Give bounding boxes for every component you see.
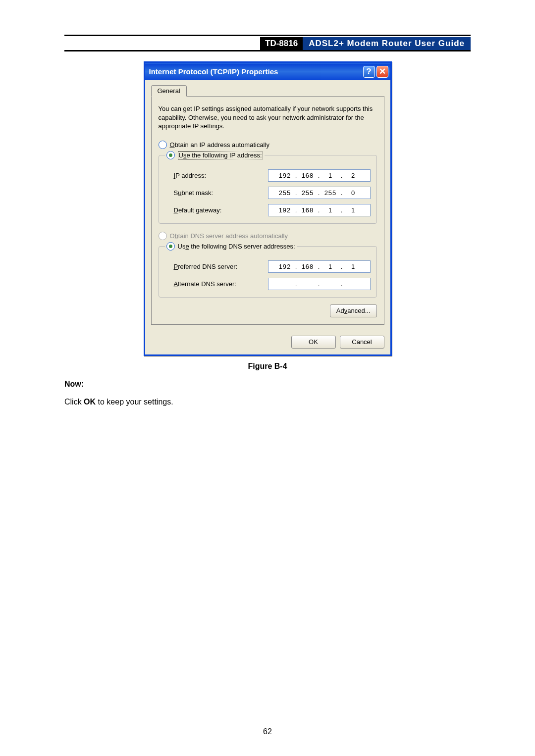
label-ip-address: IP address: xyxy=(174,172,207,179)
label-obtain-dns-auto: Obtain DNS server address automatically xyxy=(170,232,288,240)
input-preferred-dns[interactable]: 192. 168. 1. 1 xyxy=(268,260,371,273)
doc-header: TD-8816 ADSL2+ Modem Router User Guide xyxy=(64,37,471,51)
close-button[interactable]: ✕ xyxy=(376,66,388,78)
page-number: 62 xyxy=(0,727,535,736)
dialog-titlebar: Internet Protocol (TCP/IP) Properties ? … xyxy=(145,63,390,80)
tcpip-properties-dialog: Internet Protocol (TCP/IP) Properties ? … xyxy=(144,61,392,356)
input-ip-address[interactable]: 192. 168. 1. 2 xyxy=(268,169,371,182)
tab-general[interactable]: General xyxy=(151,85,187,97)
close-icon: ✕ xyxy=(379,66,386,77)
radio-obtain-dns-auto xyxy=(159,232,167,240)
ok-button[interactable]: OK xyxy=(291,336,336,349)
figure-caption: Figure B-4 xyxy=(64,362,471,371)
instruction-text: Click OK to keep your settings. xyxy=(64,398,471,406)
input-alternate-dns[interactable]: . . . xyxy=(268,278,371,290)
label-alternate-dns: Alternate DNS server: xyxy=(174,280,236,288)
group-use-dns: Use the following DNS server addresses: … xyxy=(159,241,377,298)
radio-obtain-ip-auto[interactable] xyxy=(159,141,167,149)
label-preferred-dns: Preferred DNS server: xyxy=(174,263,238,270)
label-default-gateway: Default gateway: xyxy=(174,206,222,214)
help-button[interactable]: ? xyxy=(363,66,375,78)
advanced-button[interactable]: Advanced... xyxy=(330,304,377,317)
input-default-gateway[interactable]: 192. 168. 1. 1 xyxy=(268,204,371,216)
radio-use-ip[interactable] xyxy=(166,151,175,159)
label-obtain-ip-auto: Obtain an IP address automatically xyxy=(170,141,269,149)
now-heading: Now: xyxy=(64,380,471,389)
intro-text: You can get IP settings assigned automat… xyxy=(159,104,377,131)
dialog-title: Internet Protocol (TCP/IP) Properties xyxy=(149,67,278,76)
radio-use-dns[interactable] xyxy=(166,242,175,251)
group-use-ip: Use the following IP address: IP address… xyxy=(159,150,377,224)
model-badge: TD-8816 xyxy=(260,37,303,50)
cancel-button[interactable]: Cancel xyxy=(340,336,384,349)
help-icon: ? xyxy=(366,67,371,77)
label-subnet-mask: Subnet mask: xyxy=(174,189,214,197)
input-subnet-mask[interactable]: 255. 255. 255. 0 xyxy=(268,187,371,199)
label-use-dns: Use the following DNS server addresses: xyxy=(178,243,295,250)
doc-title: ADSL2+ Modem Router User Guide xyxy=(303,37,471,50)
label-use-ip: Use the following IP address: xyxy=(178,151,263,159)
